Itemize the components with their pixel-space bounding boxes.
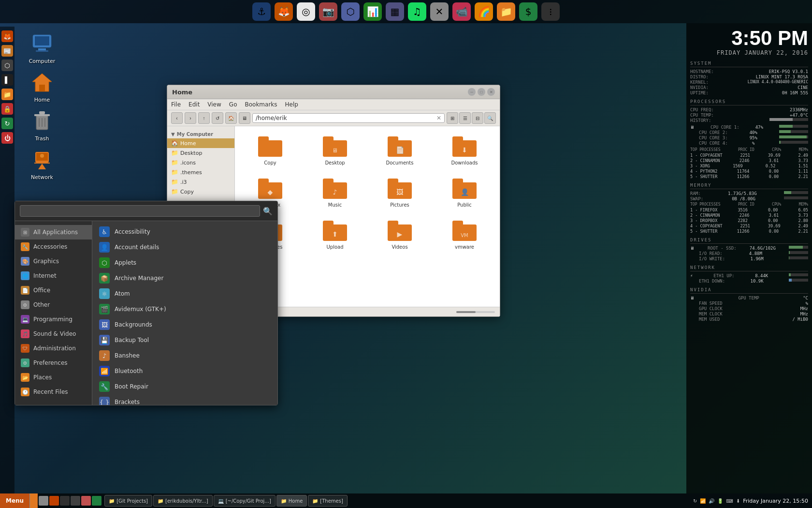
category-office[interactable]: 📄 Office — [15, 283, 92, 298]
taskbar-item-themes[interactable]: 📁 [Themes] — [308, 495, 348, 507]
nav-back-button[interactable]: ‹ — [171, 112, 183, 124]
app-account-details[interactable]: 👤 Account details — [92, 239, 277, 255]
nav-up-button[interactable]: ↑ — [198, 112, 210, 124]
category-all-applications[interactable]: ⊞ All Applications — [15, 225, 92, 239]
dock-icon-lock[interactable]: 🔒 — [1, 103, 13, 115]
app9-icon[interactable]: ✕ — [430, 2, 449, 21]
desktop-icon-network[interactable]: Network — [20, 145, 64, 182]
app-brackets[interactable]: { } Brackets — [92, 394, 277, 405]
view-search-button[interactable]: 🔍 — [484, 112, 496, 124]
desktop-icon-home[interactable]: Home — [20, 68, 64, 105]
nav-forward-button[interactable]: › — [185, 112, 196, 124]
sidebar-item-i3[interactable]: 📁 .i3 — [167, 177, 234, 187]
taskbar-app-icon-3[interactable] — [60, 496, 70, 506]
desktop-icon-computer[interactable]: Computer — [20, 29, 64, 66]
folder-documents[interactable]: 📄 Documents — [369, 131, 430, 169]
nav-reload-button[interactable]: ↺ — [212, 112, 223, 124]
app-avidemux[interactable]: 🎬 Avidemux (GTK+) — [92, 301, 277, 317]
app7-icon[interactable]: ▦ — [386, 2, 404, 21]
category-preferences[interactable]: ⚙ Preferences — [15, 356, 92, 370]
app-boot-repair[interactable]: 🔧 Boot Repair — [92, 379, 277, 394]
menu-view[interactable]: View — [207, 100, 221, 109]
folder-music[interactable]: ♪ Music — [304, 173, 365, 211]
folder-copy[interactable]: Copy — [240, 131, 301, 169]
app-archive-manager[interactable]: 📦 Archive Manager — [92, 270, 277, 286]
app-backgrounds[interactable]: 🖼 Backgrounds — [92, 317, 277, 332]
sidebar-item-icons[interactable]: 📁 .icons — [167, 158, 234, 167]
firefox-icon[interactable]: 🦊 — [275, 2, 293, 21]
nav-home-button[interactable]: 🏠 — [225, 112, 237, 124]
window-maximize-button[interactable]: □ — [478, 88, 485, 96]
taskbar-volume-icon[interactable]: 🔊 — [709, 498, 714, 504]
folder-vmware[interactable]: VM vmware — [434, 215, 495, 254]
app11-icon[interactable]: 🌈 — [475, 2, 493, 21]
category-places[interactable]: 📂 Places — [15, 370, 92, 385]
anchor-icon[interactable]: ⚓ — [252, 2, 271, 21]
taskbar-app-icon-4[interactable] — [71, 496, 80, 506]
app5-icon[interactable]: ⬡ — [341, 2, 360, 21]
start-button[interactable]: Menu — [0, 493, 30, 508]
taskbar-app-icon-2[interactable] — [49, 496, 59, 506]
folder-top-icon[interactable]: 📁 — [497, 2, 515, 21]
window-minimize-button[interactable]: ─ — [468, 88, 476, 96]
nav-computer-button[interactable]: 🖥 — [239, 112, 250, 124]
path-bar[interactable]: /home/erik ✕ — [252, 113, 445, 123]
view-zoom-out-button[interactable]: ⊞ — [447, 112, 458, 124]
sidebar-item-home[interactable]: 🏠 Home — [167, 138, 234, 148]
bars-icon[interactable]: ⫶ — [541, 2, 560, 21]
taskbar-item-erikdubois[interactable]: 📁 [erikdubois/Yltr...] — [153, 495, 213, 507]
monitor-icon[interactable]: 📊 — [363, 2, 382, 21]
app-bluetooth[interactable]: 📶 Bluetooth — [92, 363, 277, 379]
folder-videos[interactable]: ▶ Videos — [369, 215, 430, 254]
app-search-input[interactable] — [20, 205, 260, 217]
menu-help[interactable]: Help — [285, 100, 298, 109]
category-accessories[interactable]: 🔧 Accessories — [15, 239, 92, 254]
folder-downloads[interactable]: ⬇ Downloads — [434, 131, 495, 169]
window-close-button[interactable]: ✕ — [487, 88, 495, 96]
taskbar-app-icon-1[interactable] — [39, 496, 48, 506]
menu-edit[interactable]: Edit — [188, 100, 200, 109]
taskbar-refresh-icon[interactable]: ↻ — [693, 498, 697, 504]
folder-upload[interactable]: ⬆ Upload — [304, 215, 365, 254]
dock-icon-refresh[interactable]: ↻ — [1, 118, 13, 129]
category-other[interactable]: ⚙ Other — [15, 298, 92, 312]
taskbar-app-icon-6[interactable] — [92, 496, 102, 506]
app-banshee[interactable]: ♪ Banshee — [92, 348, 277, 363]
chrome-icon[interactable]: ◎ — [297, 2, 315, 21]
category-internet[interactable]: 🌐 Internet — [15, 269, 92, 283]
zoom-bar[interactable] — [456, 311, 495, 313]
dock-icon-folder[interactable]: 📁 — [1, 89, 13, 100]
app-atom[interactable]: ⚛ Atom — [92, 286, 277, 301]
desktop-icon-trash[interactable]: Trash — [20, 106, 64, 144]
shutter-icon[interactable]: 📷 — [319, 2, 337, 21]
view-list-button[interactable]: ☰ — [459, 112, 471, 124]
dock-icon-app3[interactable]: ⬡ — [1, 60, 13, 71]
category-recent-files[interactable]: 🕐 Recent Files — [15, 385, 92, 399]
sidebar-item-themes[interactable]: 📁 .themes — [167, 167, 234, 177]
taskbar-app-icon-5[interactable] — [81, 496, 91, 506]
path-clear-button[interactable]: ✕ — [436, 115, 441, 121]
dock-icon-terminal[interactable]: ▌ — [1, 74, 13, 86]
taskbar-item-git[interactable]: 📁 [Git Projects] — [104, 495, 152, 507]
taskbar-update-icon[interactable]: ⬇ — [736, 498, 740, 504]
dock-icon-app2[interactable]: 📰 — [1, 45, 13, 57]
menu-go[interactable]: Go — [229, 100, 237, 109]
category-graphics[interactable]: 🎨 Graphics — [15, 254, 92, 269]
taskbar-item-copy[interactable]: 💻 [~/Copy/Git Proj...] — [214, 495, 276, 507]
view-compact-button[interactable]: ⊟ — [472, 112, 483, 124]
folder-desktop[interactable]: 🖥 Desktop — [304, 131, 365, 169]
app-applets[interactable]: ⬡ Applets — [92, 255, 277, 270]
category-sound-video[interactable]: 🎵 Sound & Video — [15, 327, 92, 341]
dock-icon-power[interactable]: ⏻ — [1, 132, 13, 144]
dollar-icon[interactable]: $ — [519, 2, 537, 21]
folder-public[interactable]: 👤 Public — [434, 173, 495, 211]
app-accessibility[interactable]: ♿ Accessibility — [92, 224, 277, 239]
menu-bookmarks[interactable]: Bookmarks — [245, 100, 277, 109]
category-administration[interactable]: 🛡 Administration — [15, 341, 92, 356]
app-backup-tool[interactable]: 💾 Backup Tool — [92, 332, 277, 348]
sidebar-item-desktop[interactable]: 📁 Desktop — [167, 148, 234, 158]
spotify-icon[interactable]: ♫ — [408, 2, 426, 21]
folder-pictures[interactable]: 🖼 Pictures — [369, 173, 430, 211]
sidebar-item-copy[interactable]: 📁 Copy — [167, 187, 234, 196]
dock-icon-firefox[interactable]: 🦊 — [1, 30, 13, 42]
